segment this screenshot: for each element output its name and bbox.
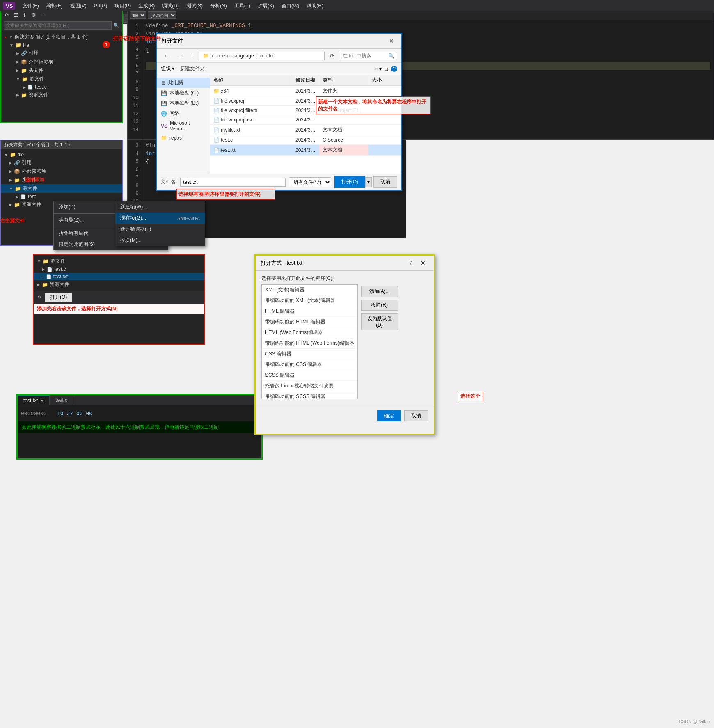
prog-linux[interactable]: 托管的 Linux 核心转储文件摘要: [262, 381, 357, 391]
ow-question-btn[interactable]: ?: [406, 259, 416, 267]
sidebar-network[interactable]: 🌐 网络: [157, 108, 210, 119]
sub-existing[interactable]: 现有项(G)... Shift+Alt+A: [115, 213, 205, 224]
prog-html[interactable]: HTML 编辑器: [262, 306, 357, 317]
sidebar-local-c[interactable]: 💾 本地磁盘 (C:): [157, 88, 210, 98]
open-arrow-button[interactable]: ▾: [365, 177, 372, 187]
se2-project-root[interactable]: ▼ 📁 file: [1, 151, 122, 158]
sub-filter[interactable]: 新建筛选器(F): [115, 224, 205, 235]
sidebar-ms-visual[interactable]: VS Microsoft Visua...: [157, 119, 210, 133]
sub-module[interactable]: 模块(M)...: [115, 235, 205, 246]
sub-new[interactable]: 新建项(W)...: [115, 201, 205, 213]
cancel-button[interactable]: 取消: [373, 176, 397, 188]
prog-css-enc[interactable]: 带编码功能的 CSS 编辑器: [262, 359, 357, 370]
fs-open-btn[interactable]: 打开(O): [45, 293, 72, 302]
view-icon[interactable]: ≡ ▾: [375, 66, 382, 72]
prog-xml-enc[interactable]: 带编码功能的 XML (文本)编辑器: [262, 295, 357, 306]
prog-xml[interactable]: XML (文本)编辑器: [262, 285, 357, 295]
breadcrumb-path[interactable]: 📁 « code › c-language › file › file: [199, 52, 325, 60]
tree-headers[interactable]: ▶ 📁 头文件: [1, 66, 122, 75]
file-scope-select[interactable]: file: [130, 11, 146, 19]
se-btn1[interactable]: ⟳: [4, 11, 11, 18]
menu-analyze[interactable]: 分析(N): [207, 1, 230, 11]
organize-btn[interactable]: 组织 ▾: [161, 65, 174, 72]
se2-headers[interactable]: ▶ 📁 头文件: [1, 176, 122, 184]
tree-ext-deps[interactable]: ▶ 📦 外部依赖项: [1, 57, 122, 66]
hex-tab-testc[interactable]: test.c: [50, 395, 73, 405]
tree-resources[interactable]: ▶ 📁 资源文件: [1, 91, 122, 99]
open-button[interactable]: 打开(O): [334, 176, 365, 188]
filetype-select[interactable]: 所有文件(*.*): [289, 177, 331, 187]
file-row-testc[interactable]: 📄 test.c 2024/3/23 21:20 C Source: [210, 135, 401, 145]
prog-css[interactable]: CSS 编辑器: [262, 349, 357, 359]
prog-html-wf-enc[interactable]: 带编码功能的 HTML (Web Forms)编辑器: [262, 338, 357, 349]
nav-up-btn[interactable]: ↑: [188, 51, 197, 60]
menu-test[interactable]: 测试(S): [183, 1, 206, 11]
menu-debug[interactable]: 调试(D): [159, 1, 182, 11]
menu-view[interactable]: 视图(V): [67, 1, 90, 11]
filename-input[interactable]: [180, 178, 285, 187]
nav-back-btn[interactable]: ←: [161, 51, 172, 60]
new-folder-btn[interactable]: 新建文件夹: [178, 64, 207, 73]
menu-build[interactable]: 生成(B): [135, 1, 158, 11]
se2-refs[interactable]: ▶ 🔗 引用: [1, 158, 122, 167]
col-date[interactable]: 修改日期: [292, 75, 319, 85]
se-btn4[interactable]: ⚙: [30, 11, 37, 18]
solution-root[interactable]: ● ▼ 解决方案 'file' (1 个项目，共 1 个): [1, 33, 122, 41]
hex-tab-testtxt[interactable]: test.txt ✕: [18, 395, 50, 405]
menu-tools[interactable]: 工具(T): [231, 1, 254, 11]
se-search-icon[interactable]: 🔍: [113, 23, 119, 28]
se-btn5[interactable]: ≡: [39, 11, 45, 18]
prog-scss[interactable]: SCSS 编辑器: [262, 370, 357, 381]
sidebar-repos[interactable]: 📁 repos: [157, 133, 210, 142]
dialog-close-button[interactable]: ✕: [387, 37, 396, 45]
sidebar-this-pc[interactable]: 🖥 此电脑: [157, 78, 210, 88]
prog-html-wf[interactable]: HTML (Web Forms)编辑器: [262, 327, 357, 338]
menu-extensions[interactable]: 扩展(X): [254, 1, 277, 11]
ow-remove-btn[interactable]: 移除(R): [361, 300, 398, 311]
fs-sources[interactable]: ▼ 📁 源文件: [34, 257, 204, 266]
project-root[interactable]: ▼ 📁 file: [1, 41, 122, 49]
menu-file[interactable]: 文件(F): [19, 1, 42, 11]
ow-cancel-btn[interactable]: 取消: [404, 410, 428, 421]
menu-project[interactable]: 项目(P): [111, 1, 134, 11]
ow-close-btn[interactable]: ✕: [417, 259, 429, 267]
tree-testc[interactable]: ▶ 📄 test.c: [1, 83, 122, 91]
se2-sources[interactable]: ▼ 📁 源文件: [1, 184, 122, 193]
nav-forward-btn[interactable]: →: [174, 51, 185, 60]
tree-sources[interactable]: ▼ 📁 源文件: [1, 75, 122, 83]
prog-html-enc[interactable]: 带编码功能的 HTML 编辑器: [262, 317, 357, 327]
preview-icon[interactable]: □: [385, 66, 388, 72]
file-row-testtxt[interactable]: 📄 test.txt 2024/3/24 11:24 文本文档: [210, 145, 401, 156]
col-size[interactable]: 大小: [368, 75, 401, 85]
file-row-vcxproj[interactable]: 📄 file.vcxproj 2024/3/23 21:20 VC++ Proj…: [210, 96, 401, 106]
se-btn2[interactable]: ☰: [12, 11, 20, 18]
menu-help[interactable]: 帮助(H): [303, 1, 327, 11]
col-type[interactable]: 类型: [319, 75, 368, 85]
fs-testc[interactable]: ▶ 📄 test.c: [34, 266, 204, 273]
menu-git[interactable]: Git(G): [91, 2, 111, 10]
scope-select[interactable]: (全局范围: [148, 11, 176, 19]
se2-test[interactable]: ▶ 📄 test: [1, 193, 122, 200]
ow-add-btn[interactable]: 添加(A)...: [361, 286, 398, 297]
tree-refs[interactable]: ▶ 🔗 引用: [1, 49, 122, 57]
se-search-input[interactable]: [4, 21, 112, 30]
fs-resources[interactable]: ▶ 📁 资源文件: [34, 280, 204, 289]
file-row-filters[interactable]: 📄 file.vcxproj.filters 2024/3/23 21:20 V…: [210, 106, 401, 115]
prog-scss-enc[interactable]: 带编码功能的 SCSS 编辑器: [262, 391, 357, 399]
se-btn3[interactable]: ⬆: [21, 11, 28, 18]
col-name[interactable]: 名称: [210, 75, 292, 85]
ow-ok-btn[interactable]: 确定: [377, 410, 401, 421]
hex-tab-close[interactable]: ✕: [40, 398, 43, 403]
help-icon[interactable]: ?: [391, 66, 397, 72]
dialog-search-input[interactable]: [343, 53, 387, 59]
se2-ext[interactable]: ▶ 📦 外部依赖项: [1, 167, 122, 176]
sidebar-local-d[interactable]: 💾 本地磁盘 (D:): [157, 98, 210, 108]
ow-default-btn[interactable]: 设为默认值(D): [361, 313, 398, 330]
nav-refresh-btn[interactable]: ⟳: [327, 51, 337, 60]
file-row-x64[interactable]: 📁 x64 2024/3/23 20:21 文件夹: [210, 86, 401, 96]
file-row-myfile[interactable]: 📄 myfile.txt 2024/3/23 21:20 文本文档: [210, 125, 401, 135]
fs-testtxt[interactable]: + 📄 test.txt: [34, 273, 204, 280]
file-row-user[interactable]: 📄 file.vcxproj.user 2024/3/23 21:20: [210, 115, 401, 125]
menu-window[interactable]: 窗口(W): [278, 1, 302, 11]
menu-edit[interactable]: 编辑(E): [43, 1, 66, 11]
